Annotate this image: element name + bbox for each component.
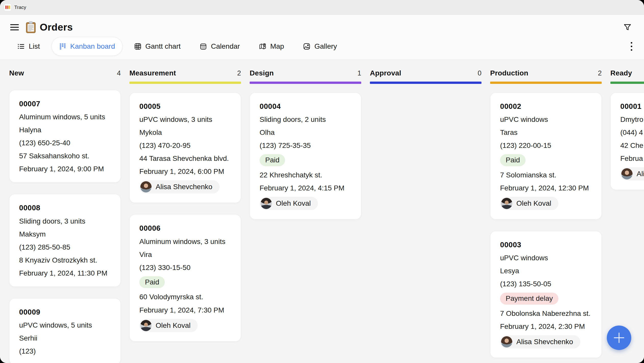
order-datetime: February 1, 2024, 4:15 PM [260, 184, 351, 192]
kanban-column-design: Design100004Sliding doors, 2 unitsOlha(1… [250, 69, 361, 363]
order-datetime: February 1, 2024, 6:00 PM [139, 167, 231, 176]
order-card[interactable]: 00002uPVC windowsTaras(123) 220-00-15Pai… [490, 93, 602, 219]
order-datetime: February 1, 2024, 12:30 PM [500, 184, 592, 192]
kanban-column-measurement: Measurement200005uPVC windows, 3 unitsMy… [129, 69, 241, 363]
column-cards: 00007Aluminum windows, 5 unitsHalyna(123… [9, 90, 121, 363]
tab-calendar-label: Calendar [211, 42, 240, 50]
assignee-avatar [501, 336, 512, 347]
order-customer: Dmytro [620, 115, 644, 124]
order-card[interactable]: 00008Sliding doors, 3 unitsMaksym(123) 2… [9, 194, 121, 287]
kebab-menu-icon[interactable] [630, 41, 633, 51]
add-order-button[interactable] [607, 326, 631, 350]
assignee-avatar [621, 168, 633, 179]
order-card[interactable]: 00001Dmytro(044) 442 CheFebruaAlis [610, 93, 644, 190]
column-title: Approval [370, 69, 401, 77]
order-address: 60 Volodymyrska st. [139, 293, 231, 301]
assignee-chip: Oleh Koval [139, 319, 198, 332]
payment-status-badge: Payment delay [500, 293, 558, 305]
order-phone: (123) 470-20-95 [139, 141, 231, 150]
order-card[interactable]: 00005uPVC windows, 3 unitsMykola(123) 47… [129, 93, 241, 203]
order-phone: (123) 330-15-50 [139, 263, 231, 272]
column-count: 1 [357, 69, 361, 77]
kanban-board: New400007Aluminum windows, 5 unitsHalyna… [0, 59, 644, 363]
assignee-name: Oleh Koval [156, 321, 191, 330]
order-phone: (123) [19, 347, 111, 355]
order-product: Sliding doors, 3 units [19, 217, 111, 225]
order-product: uPVC windows, 3 units [139, 115, 231, 124]
column-count: 2 [598, 69, 602, 77]
tab-gantt-chart[interactable]: Gantt chart [127, 37, 188, 56]
column-title: Design [250, 69, 274, 77]
app-window: Tracy Orders [0, 0, 644, 363]
page-header: Orders List Kanban board Gantt chart [0, 15, 644, 59]
order-card[interactable]: 00004Sliding doors, 2 unitsOlha(123) 725… [250, 93, 361, 219]
order-customer: Taras [500, 128, 592, 137]
order-datetime: February 1, 2024, 2:30 PM [500, 322, 592, 331]
column-color-bar [250, 82, 361, 84]
kanban-column-new: New400007Aluminum windows, 5 unitsHalyna… [9, 69, 121, 363]
window-titlebar: Tracy [0, 0, 644, 15]
order-id: 00002 [500, 102, 592, 111]
assignee-name: Oleh Koval [276, 199, 311, 208]
order-datetime: February 1, 2024, 11:30 PM [19, 269, 111, 277]
column-cards: 00002uPVC windowsTaras(123) 220-00-15Pai… [490, 93, 602, 358]
order-product: uPVC windows [500, 254, 592, 262]
order-phone: (044) 4 [620, 128, 644, 137]
order-customer: Maksym [19, 230, 111, 238]
order-datetime: Februa [620, 154, 644, 163]
column-header: Ready [610, 69, 644, 77]
column-header: Measurement2 [129, 69, 241, 77]
column-header: Approval0 [370, 69, 481, 77]
order-id: 00003 [500, 240, 592, 249]
order-product: Sliding doors, 2 units [260, 115, 351, 124]
order-customer: Vira [139, 250, 231, 259]
tab-gantt-chart-label: Gantt chart [145, 42, 181, 50]
order-address: 44 Tarasa Shevchenka blvd. [139, 154, 231, 163]
order-product: uPVC windows [500, 115, 592, 124]
tab-list[interactable]: List [10, 37, 47, 56]
assignee-name: Oleh Koval [516, 199, 551, 208]
order-id: 00001 [620, 102, 644, 111]
app-title: Tracy [14, 5, 26, 10]
order-address: 7 Obolonska Naberezhna st. [500, 309, 592, 318]
logo-bar-red [5, 6, 7, 9]
column-header: New4 [9, 69, 121, 77]
column-cards: 00004Sliding doors, 2 unitsOlha(123) 725… [250, 93, 361, 219]
order-phone: (123) 650-25-40 [19, 139, 111, 147]
order-product: Aluminum windows, 3 units [139, 237, 231, 246]
order-product: uPVC windows, 5 units [19, 321, 111, 329]
order-datetime: February 1, 2024, 9:00 PM [19, 165, 111, 173]
column-color-bar [129, 82, 241, 84]
tab-calendar[interactable]: Calendar [192, 37, 247, 56]
column-count: 4 [117, 69, 121, 77]
column-color-bar [370, 82, 481, 84]
order-address: 8 Knyaziv Ostrozkykh st. [19, 256, 111, 264]
order-customer: Lesya [500, 267, 592, 275]
order-id: 00008 [19, 203, 111, 212]
order-address: 42 Che [620, 141, 644, 150]
order-card[interactable]: 00006Aluminum windows, 3 unitsVira(123) … [129, 214, 241, 341]
tab-gallery-label: Gallery [314, 42, 337, 50]
logo-bar-yellow [9, 6, 10, 9]
hamburger-menu-icon[interactable] [10, 24, 19, 31]
order-customer: Olha [260, 128, 351, 137]
tab-gallery[interactable]: Gallery [296, 37, 344, 56]
order-card[interactable]: 00007Aluminum windows, 5 unitsHalyna(123… [9, 90, 121, 183]
order-card[interactable]: 00009uPVC windows, 5 unitsSerhii(123) [9, 298, 121, 363]
order-phone: (123) 220-00-15 [500, 141, 592, 150]
assignee-name: Alis [637, 170, 644, 178]
assignee-avatar [501, 198, 512, 209]
tab-map[interactable]: Map [252, 37, 291, 56]
kanban-column-approval: Approval0 [370, 69, 481, 363]
assignee-name: Alisa Shevchenko [516, 338, 573, 346]
filter-icon[interactable] [623, 23, 632, 32]
order-datetime: February 1, 2024, 7:30 PM [139, 306, 231, 314]
order-card[interactable]: 00003uPVC windowsLesya(123) 135-50-05Pay… [490, 231, 602, 358]
tab-kanban-board-label: Kanban board [70, 42, 115, 50]
tab-kanban-board[interactable]: Kanban board [52, 37, 122, 56]
column-cards: 00001Dmytro(044) 442 CheFebruaAlis [610, 93, 644, 190]
column-color-bar [610, 82, 644, 84]
order-phone: (123) 135-50-05 [500, 280, 592, 288]
payment-status-badge: Paid [139, 276, 165, 288]
column-cards: 00005uPVC windows, 3 unitsMykola(123) 47… [129, 93, 241, 342]
